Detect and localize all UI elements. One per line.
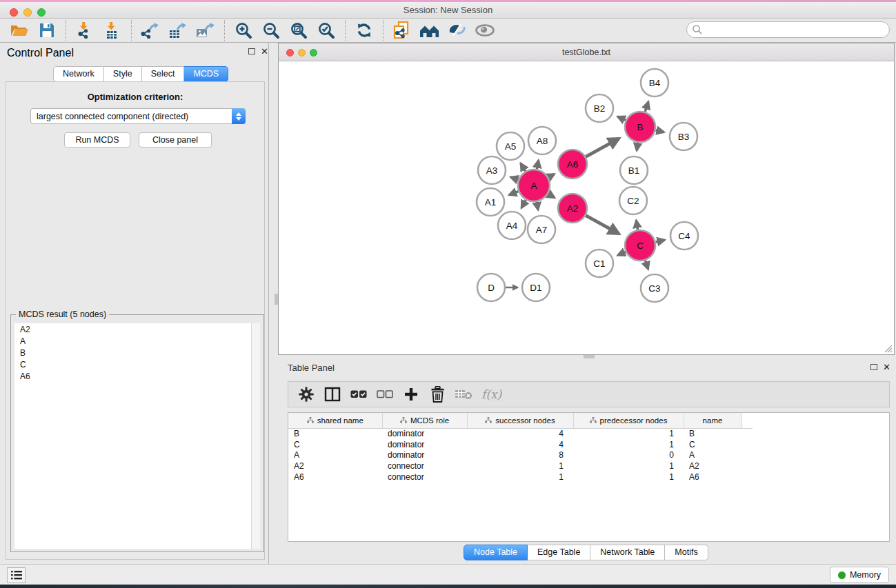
edge-B-B3[interactable] [655, 130, 664, 132]
show-columns-button[interactable] [321, 384, 344, 405]
node-A5[interactable]: A5 [497, 132, 524, 160]
close-panel-icon[interactable]: ✕ [261, 48, 268, 55]
table-row[interactable]: A6connector11A6 [288, 472, 753, 483]
criterion-select[interactable]: largest connected component (directed) [30, 108, 246, 124]
table-row[interactable]: Cdominator41C [288, 439, 753, 450]
node-B4[interactable]: B4 [641, 69, 668, 97]
column-header-name[interactable]: name [684, 413, 741, 428]
resize-grip-icon[interactable] [883, 343, 893, 353]
node-C[interactable]: C [625, 230, 655, 261]
node-C3[interactable]: C3 [641, 274, 668, 302]
glasses-button[interactable] [444, 19, 471, 41]
edge-A-A4[interactable] [521, 200, 526, 208]
export-image-button[interactable] [192, 19, 219, 41]
delete-columns-button[interactable] [426, 384, 448, 405]
edge-A-A3[interactable] [510, 177, 518, 180]
divider-handle-vertical[interactable] [275, 294, 278, 305]
table-close-icon[interactable]: ✕ [883, 364, 890, 371]
edge-C-C1[interactable] [618, 252, 626, 255]
home-button[interactable] [416, 19, 444, 41]
table-row[interactable]: Bdominator41B [288, 428, 753, 439]
import-network-file-button[interactable] [71, 19, 99, 41]
node-B2[interactable]: B2 [586, 94, 613, 122]
edge-A-A2[interactable] [548, 194, 555, 198]
refresh-button[interactable] [350, 19, 378, 41]
zoom-fit-button[interactable] [285, 19, 312, 41]
minimize-window-button[interactable] [23, 8, 32, 17]
column-header-successor-nodes[interactable]: successor nodes [467, 413, 573, 428]
column-header-predecessor-nodes[interactable]: predecessor nodes [573, 413, 684, 428]
edge-C-C2[interactable] [636, 221, 637, 230]
network-minimize-button[interactable] [298, 49, 306, 57]
edge-A-A1[interactable] [509, 192, 518, 195]
node-D1[interactable]: D1 [522, 274, 550, 301]
node-A4[interactable]: A4 [498, 212, 526, 239]
node-C4[interactable]: C4 [670, 222, 698, 250]
zoom-out-button[interactable] [257, 19, 285, 41]
tab-select[interactable]: Select [142, 66, 185, 82]
settings-gear-button[interactable] [295, 384, 317, 405]
node-A7[interactable]: A7 [528, 216, 555, 243]
table-row[interactable]: A2connector11A2 [288, 460, 753, 472]
close-window-button[interactable] [10, 8, 18, 17]
edge-B-B1[interactable] [637, 143, 638, 150]
node-A6[interactable]: A6 [558, 150, 587, 179]
result-node-item[interactable]: A2 [14, 323, 252, 335]
float-panel-icon[interactable] [248, 48, 255, 54]
node-A1[interactable]: A1 [477, 188, 504, 216]
result-node-item[interactable]: B [14, 347, 252, 358]
import-table-file-button[interactable] [99, 19, 126, 41]
export-table-button[interactable] [164, 19, 192, 41]
node-C2[interactable]: C2 [619, 187, 647, 214]
column-header-MCDS-role[interactable]: MCDS role [382, 413, 467, 428]
edge-B-B2[interactable] [617, 116, 626, 120]
copy-network-button[interactable] [388, 19, 416, 41]
tab-style[interactable]: Style [104, 66, 142, 82]
edge-A-A8[interactable] [537, 161, 538, 170]
tab-network[interactable]: Network [53, 66, 104, 82]
tab-node-table[interactable]: Node Table [464, 545, 528, 560]
table-row[interactable]: Adominator80A [288, 450, 753, 461]
result-node-item[interactable]: C [14, 358, 252, 370]
zoom-in-button[interactable] [230, 19, 257, 41]
result-scrollbar[interactable] [251, 323, 260, 549]
open-session-button[interactable] [6, 19, 33, 41]
tab-mcds[interactable]: MCDS [184, 66, 228, 82]
edge-C-C4[interactable] [655, 240, 664, 242]
tab-motifs[interactable]: Motifs [665, 545, 708, 560]
select-all-checks-button[interactable] [348, 384, 370, 405]
edge-C-C3[interactable] [645, 261, 648, 270]
node-A3[interactable]: A3 [478, 156, 506, 184]
result-node-item[interactable]: A6 [14, 370, 252, 382]
tab-network-table[interactable]: Network Table [590, 545, 665, 560]
edge-A-A6[interactable] [548, 174, 555, 178]
search-input[interactable] [686, 21, 890, 38]
zoom-selected-button[interactable] [312, 19, 340, 41]
edge-A2-C[interactable] [586, 216, 619, 234]
edge-A6-B[interactable] [586, 139, 619, 156]
node-A8[interactable]: A8 [528, 127, 556, 154]
edge-A-A7[interactable] [537, 202, 538, 210]
network-close-button[interactable] [286, 49, 294, 57]
node-A[interactable]: A [518, 170, 550, 201]
network-zoom-button[interactable] [310, 49, 317, 57]
network-canvas[interactable]: B4B2BB3A8A5A6A3B1AC2A1A2A4A7C4CC1DD1C3 [279, 61, 894, 354]
tab-edge-table[interactable]: Edge Table [528, 545, 590, 560]
memory-button[interactable]: Memory [830, 567, 889, 583]
export-network-button[interactable] [137, 19, 164, 41]
eye-button[interactable] [471, 19, 499, 41]
create-column-button[interactable] [400, 384, 422, 405]
node-C1[interactable]: C1 [586, 250, 613, 277]
close-panel-button[interactable]: Close panel [139, 132, 212, 148]
node-A2[interactable]: A2 [558, 194, 587, 223]
run-mcds-button[interactable]: Run MCDS [64, 132, 130, 148]
clear-all-checks-button[interactable] [374, 384, 396, 405]
node-B1[interactable]: B1 [620, 156, 648, 184]
result-node-item[interactable]: A [14, 335, 252, 347]
column-header-shared-name[interactable]: shared name [288, 413, 382, 428]
edge-A-A5[interactable] [521, 163, 526, 171]
save-session-button[interactable] [33, 19, 61, 41]
node-B3[interactable]: B3 [670, 123, 697, 150]
table-float-icon[interactable] [870, 364, 877, 370]
task-history-button[interactable] [7, 567, 26, 583]
